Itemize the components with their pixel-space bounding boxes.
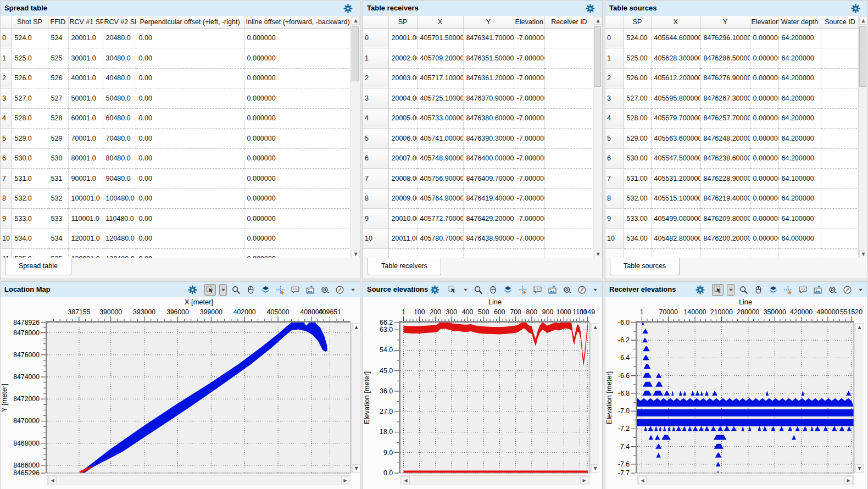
row-header[interactable]: 2 [605,68,624,88]
cell[interactable]: 529.00 [624,129,651,149]
row-header[interactable]: 2 [363,68,388,88]
cell[interactable]: 20011.00 [388,229,417,249]
cell[interactable]: 405756.900000 [417,169,463,189]
cell[interactable]: -7.000000 [514,108,544,129]
cell[interactable]: 405595.800000 [651,88,700,109]
compass-dropdown[interactable] [349,284,357,296]
row-header[interactable]: 7 [363,169,388,189]
cell[interactable]: 405612.200000 [651,68,700,88]
cell[interactable] [544,188,594,209]
cell[interactable]: 8476361.200000 [463,68,514,88]
plot-horizontal-scrollbar[interactable]: ◀▶ [637,475,854,485]
select-zoom-mode-dropdown[interactable] [727,284,735,296]
column-header[interactable]: Shot SP [12,16,48,28]
cell[interactable]: 64.200000 [778,129,821,149]
plot-vertical-scrollbar[interactable]: ▲▼ [854,323,864,473]
scroll-up-button[interactable]: ▲ [591,323,599,331]
scroll-up-button[interactable]: ▲ [594,16,602,25]
cell[interactable]: 8476248.200000 [700,129,750,149]
cell[interactable]: 0.00 [136,48,244,69]
scroll-left-button[interactable]: ◀ [48,476,57,484]
scroll-right-button[interactable]: ▶ [341,476,349,484]
crosshair-picker-icon[interactable] [782,284,794,296]
scroll-left-button[interactable]: ◀ [638,476,647,484]
cell[interactable]: 8476296.100000 [700,28,750,48]
cell[interactable] [821,129,859,149]
cell[interactable]: 0.000000 [244,169,352,189]
column-header[interactable]: Elevation [514,16,544,28]
scroll-down-button[interactable]: ▼ [855,464,864,473]
cell[interactable]: 64.200000 [778,88,821,109]
cell[interactable]: 8476390.300000 [463,129,514,149]
cell[interactable]: 0.000000 [750,28,778,48]
cell[interactable]: 534.0 [12,229,48,249]
cell[interactable]: 531 [48,169,68,189]
row-header[interactable]: 5 [363,129,388,149]
cell[interactable]: 8476429.200000 [463,209,514,229]
scroll-right-button[interactable]: ▶ [580,476,588,484]
cell[interactable] [544,129,594,149]
compass-dropdown[interactable] [591,284,599,296]
scroll-down-button[interactable]: ▼ [352,464,360,473]
pan-mouse-icon[interactable] [753,284,764,296]
row-header[interactable]: 2 [1,68,12,88]
cell[interactable] [821,88,859,109]
cell[interactable]: 120480.0 [103,229,136,249]
cell[interactable]: 90480.0 [103,169,136,189]
cell[interactable]: 90001.0 [68,169,103,189]
cell[interactable]: 526.00 [624,68,651,88]
row-header[interactable]: 4 [1,108,12,129]
cell[interactable]: 20006.00 [388,129,417,149]
cell[interactable]: 20004.00 [388,88,417,109]
cell[interactable]: 525 [48,48,68,69]
row-header[interactable]: 6 [605,148,624,169]
column-header[interactable]: Inline offset (+forward, -backward) [244,16,352,28]
cell[interactable]: 0.000000 [244,108,352,129]
cell[interactable] [544,68,594,88]
cell[interactable]: 8476228.900000 [700,169,750,189]
cell[interactable] [544,169,594,189]
cell[interactable] [821,169,859,189]
cell[interactable]: 20001.0 [68,28,103,48]
cell[interactable]: 30001.0 [68,48,103,69]
cell[interactable]: 8476286.500000 [700,48,750,69]
cell[interactable]: 405725.100000 [417,88,463,109]
tab-table-receivers[interactable]: Table receivers [368,258,441,275]
cell[interactable] [821,48,859,69]
column-header[interactable] [605,16,624,28]
export-image-icon[interactable] [304,284,316,296]
zoom-icon[interactable] [230,284,242,296]
cell[interactable] [821,68,859,88]
cell[interactable]: 405772.700000 [417,209,463,229]
cell[interactable]: 40001.0 [68,68,103,88]
cell[interactable] [544,209,594,229]
receiver-elevations-plot[interactable]: 1700001400002100002800003500004200004900… [605,297,867,489]
layers-icon[interactable] [260,284,271,296]
cell[interactable]: 64.200000 [778,28,821,48]
scroll-thumb[interactable] [859,26,866,87]
cell[interactable]: 100480.0 [103,188,136,209]
cell[interactable] [821,209,859,229]
annotation-icon[interactable] [797,284,809,296]
cell[interactable]: 530.0 [12,148,48,169]
cell[interactable]: 80480.0 [103,148,136,169]
cell[interactable]: 110480.0 [103,209,136,229]
cell[interactable]: 405644.600000 [651,28,700,48]
cell[interactable]: 20008.00 [388,169,417,189]
cell[interactable]: 524 [48,28,68,48]
cell[interactable]: 0.000000 [750,169,778,189]
cell[interactable]: 528 [48,108,68,129]
cell[interactable]: 20002.00 [388,48,417,69]
crosshair-picker-icon[interactable] [517,284,528,296]
row-header[interactable]: 10 [1,229,12,249]
select-zoom-mode-dropdown[interactable] [219,284,227,296]
row-header[interactable]: 8 [605,188,624,209]
cell[interactable]: 0.000000 [750,188,778,209]
cell[interactable]: 20005.00 [388,108,417,129]
scroll-down-button[interactable]: ▼ [859,250,867,258]
cell[interactable]: -7.000000 [514,68,544,88]
cell[interactable]: 0.000000 [244,209,352,229]
cell[interactable]: 0.00 [136,28,244,48]
magnify-region-icon[interactable] [827,284,838,296]
cell[interactable]: 64.200000 [778,148,821,169]
